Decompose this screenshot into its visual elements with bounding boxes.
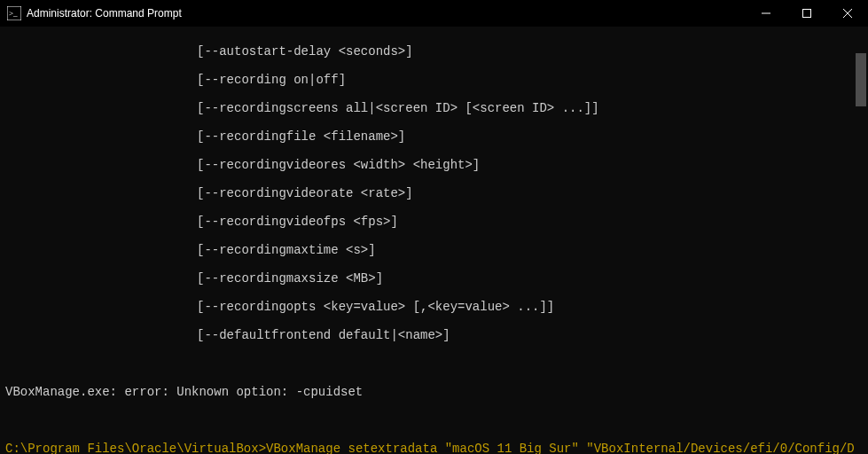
scrollbar[interactable]	[854, 27, 868, 454]
option-line: [--recordingvideofps <fps>]	[5, 215, 868, 229]
window-title: Administrator: Command Prompt	[27, 7, 746, 20]
option-line: [--recordingfile <filename>]	[5, 129, 868, 144]
command-line: C:\Program Files\Oracle\VirtualBox>VBoxM…	[5, 442, 868, 454]
window-controls	[746, 0, 868, 27]
close-button[interactable]	[827, 0, 868, 27]
titlebar: >_ Administrator: Command Prompt	[0, 0, 868, 27]
error-line: VBoxManage.exe: error: Unknown option: -…	[5, 385, 868, 399]
svg-text:>_: >_	[9, 9, 18, 18]
option-line: [--recordingscreens all|<screen ID> [<sc…	[5, 101, 868, 115]
option-line: [--recordingmaxtime <s>]	[5, 243, 868, 257]
option-line: [--recordingmaxsize <MB>]	[5, 271, 868, 286]
scrollbar-thumb[interactable]	[856, 53, 866, 106]
option-line: [--autostart-delay <seconds>]	[5, 44, 868, 59]
blank-line	[5, 413, 868, 427]
svg-rect-3	[803, 10, 811, 18]
option-line: [--recordingopts <key=value> [,<key=valu…	[5, 300, 868, 314]
option-line: [--defaultfrontend default|<name>]	[5, 328, 868, 342]
option-line: [--recordingvideores <width> <height>]	[5, 158, 868, 172]
blank-line	[5, 356, 868, 371]
terminal-output[interactable]: [--autostart-delay <seconds>] [--recordi…	[0, 27, 868, 454]
maximize-button[interactable]	[786, 0, 827, 27]
minimize-button[interactable]	[746, 0, 786, 27]
cmd-icon: >_	[7, 6, 21, 20]
prompt: C:\Program Files\Oracle\VirtualBox>	[5, 442, 266, 454]
option-line: [--recordingvideorate <rate>]	[5, 186, 868, 200]
option-line: [--recording on|off]	[5, 73, 868, 87]
